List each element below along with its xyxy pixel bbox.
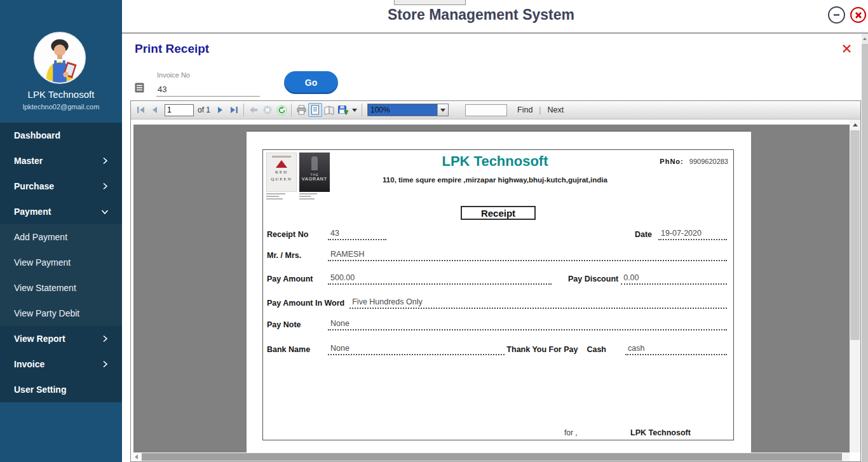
thank-you-value: cash <box>625 344 727 355</box>
sidebar-item-add-payment[interactable]: Add Payment <box>0 224 122 250</box>
scroll-up-button[interactable] <box>850 119 860 130</box>
sidebar-item-label: View Report <box>14 334 100 344</box>
printer-icon <box>296 105 307 115</box>
sidebar-item-label: User Setting <box>14 384 109 395</box>
zoom-value: 100% <box>368 104 437 116</box>
thank-you-cash-label: Cash <box>587 345 606 355</box>
sidebar-item-label: Purchase <box>14 181 100 191</box>
close-window-button[interactable] <box>850 7 866 23</box>
date-label: Date <box>635 230 652 240</box>
arrow-up-icon <box>853 123 858 126</box>
export-button[interactable] <box>336 103 350 117</box>
find-input[interactable] <box>465 104 507 116</box>
row-pay-amount: Pay Amount 500.00 Pay Discount 0.00 <box>267 271 727 285</box>
close-icon <box>855 11 862 19</box>
refresh-icon <box>276 105 287 116</box>
pay-note-value: None <box>328 319 727 330</box>
print-button[interactable] <box>294 103 308 117</box>
report-viewer: of 1 <box>130 100 861 462</box>
scroll-left-button[interactable] <box>131 452 141 461</box>
sidebar-item-dashboard[interactable]: Dashboard <box>0 123 122 148</box>
row-receipt-no: Receipt No 43 Date 19-07-2020 <box>267 226 727 240</box>
back-button[interactable] <box>247 103 261 117</box>
zoom-select[interactable]: 100% <box>367 104 449 116</box>
sidebar-menu: Dashboard Master Purchase Payment Add Pa… <box>0 123 122 402</box>
brand-email: lpktechno02@gmail.com <box>0 103 122 111</box>
book-cover-red-queen: RED QUEEN <box>266 153 297 200</box>
page-setup-button[interactable] <box>322 103 336 117</box>
sidebar-item-label: Master <box>14 156 100 166</box>
pay-discount-value: 0.00 <box>621 273 727 285</box>
page-setup-icon <box>323 105 335 115</box>
toolbar-separator <box>291 104 292 116</box>
sidebar-item-view-report[interactable]: View Report <box>0 326 122 351</box>
go-button[interactable]: Go <box>284 71 338 94</box>
page-title: Print Receipt <box>135 42 209 56</box>
invoice-form-icon <box>135 83 144 93</box>
invoice-no-input[interactable] <box>156 82 260 97</box>
find-button[interactable]: Find <box>517 105 532 114</box>
sidebar-item-label: View Payment <box>14 257 109 268</box>
stop-icon <box>262 105 273 115</box>
phone-row: PhNo: 9909620283 <box>660 158 728 165</box>
zoom-dropdown-button[interactable] <box>437 104 448 116</box>
sidebar-item-label: Add Payment <box>14 232 109 242</box>
sidebar-item-label: Dashboard <box>14 130 109 140</box>
sidebar-item-view-payment[interactable]: View Payment <box>0 250 122 275</box>
window-vertical-scrollbar[interactable] <box>862 34 868 462</box>
arrow-up-icon <box>863 37 867 40</box>
close-page-button[interactable] <box>841 43 854 56</box>
receipt-table: RED QUEEN THE <box>262 149 734 440</box>
screen: LPK Technosoft lpktechno02@gmail.com Das… <box>0 0 868 462</box>
toolbar-separator <box>243 104 244 116</box>
chevron-right-icon <box>100 360 109 369</box>
report-vertical-scrollbar[interactable] <box>850 119 860 452</box>
sidebar-item-view-party-debit[interactable]: View Party Debit <box>0 301 122 326</box>
vertical-scroll-thumb[interactable] <box>850 130 860 340</box>
find-next-button[interactable]: Next <box>547 105 564 114</box>
invoice-no-label: Invoice No <box>157 71 190 79</box>
app-title: Store Management System <box>122 6 840 24</box>
sidebar-item-payment[interactable]: Payment <box>0 199 122 224</box>
sidebar-item-view-statement[interactable]: View Statement <box>0 275 122 301</box>
app-header: Store Management System <box>122 0 868 34</box>
row-pay-note: Pay Note None <box>267 316 727 330</box>
sidebar-item-purchase[interactable]: Purchase <box>0 173 122 199</box>
scroll-up-button[interactable] <box>862 34 868 44</box>
report-horizontal-scrollbar[interactable] <box>131 452 850 461</box>
thank-you-label: Thank You For Pay <box>506 345 578 355</box>
stop-button[interactable] <box>261 103 275 117</box>
sidebar-item-user-setting[interactable]: User Setting <box>0 377 122 402</box>
report-background: RED QUEEN THE <box>133 125 850 452</box>
last-page-icon <box>229 105 239 114</box>
chevron-right-icon <box>100 182 109 191</box>
chevron-right-icon <box>100 156 109 165</box>
next-page-button[interactable] <box>213 103 227 117</box>
brand-name: LPK Technosoft <box>0 89 122 100</box>
cover-caption <box>299 193 330 200</box>
report-document-area: RED QUEEN THE <box>131 119 850 452</box>
amount-word-label: Pay Amount In Word <box>267 299 344 309</box>
page-number-input[interactable] <box>165 104 194 116</box>
sidebar-item-master[interactable]: Master <box>0 148 122 173</box>
pay-amount-value: 500.00 <box>328 273 552 285</box>
receipt-no-label: Receipt No <box>267 230 328 240</box>
minimize-button[interactable] <box>828 6 845 24</box>
previous-page-button[interactable] <box>148 103 162 117</box>
name-label: Mr. / Mrs. <box>267 251 328 261</box>
avatar-illustration <box>35 33 85 83</box>
print-layout-icon <box>311 105 320 115</box>
date-value: 19-07-2020 <box>658 229 727 240</box>
last-page-button[interactable] <box>227 103 241 117</box>
minimize-icon <box>832 11 841 19</box>
caret-down-icon <box>440 109 445 112</box>
horizontal-scroll-thumb[interactable] <box>142 453 842 461</box>
book-cover-vagrant: THE VAGRANT <box>299 153 330 200</box>
receipt-doc-title: Receipt <box>461 206 536 220</box>
sidebar-item-invoice[interactable]: Invoice <box>0 351 122 377</box>
export-dropdown-button[interactable] <box>350 103 359 117</box>
refresh-button[interactable] <box>275 103 288 117</box>
print-layout-toggle[interactable] <box>308 103 322 117</box>
first-page-button[interactable] <box>134 103 148 117</box>
arrow-left-icon <box>135 454 138 459</box>
